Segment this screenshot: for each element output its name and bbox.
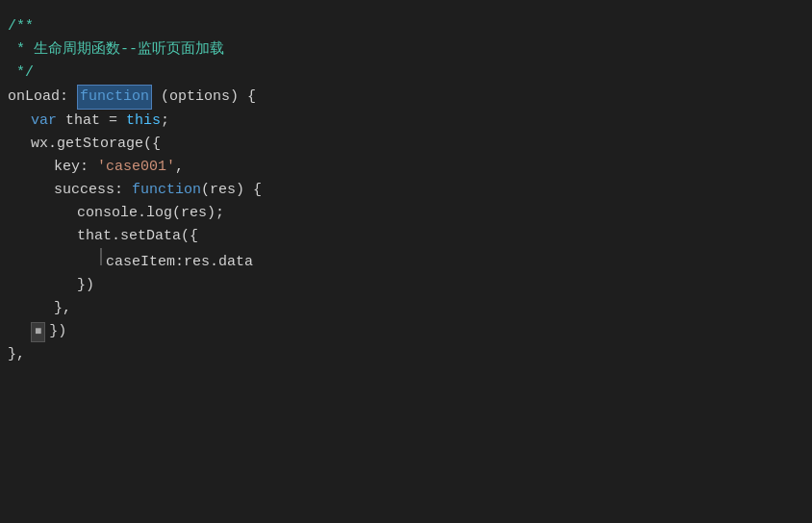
code-line-1: /** (0, 15, 812, 38)
code-line-6: wx.getStorage({ (0, 133, 812, 156)
code-line-8: success: function(res) { (0, 179, 812, 202)
code-token: that.setData({ (77, 225, 198, 248)
code-token: /** (8, 15, 34, 38)
code-line-12: }) (0, 274, 812, 297)
code-token: console.log(res); (77, 202, 224, 225)
code-line-15: }, (0, 343, 812, 366)
code-line-14: ■}) (0, 320, 812, 343)
code-token: this (126, 110, 161, 133)
code-token: var (31, 110, 57, 133)
code-token: onLoad: (8, 86, 77, 109)
code-token: function (132, 179, 201, 202)
code-line-7: key: 'case001', (0, 156, 812, 179)
code-token: }, (54, 297, 71, 320)
code-token: * 生命周期函数--监听页面加载 (8, 38, 224, 62)
code-token: wx.getStorage({ (31, 133, 161, 156)
code-line-5: var that = this; (0, 110, 812, 133)
code-token: (options) { (152, 86, 256, 109)
code-line-2: * 生命周期函数--监听页面加载 (0, 38, 812, 62)
code-token: that = (57, 110, 126, 133)
code-token: (res) { (201, 179, 262, 202)
code-editor: /** * 生命周期函数--监听页面加载 */ onLoad: function… (0, 0, 812, 523)
code-token: */ (8, 62, 34, 85)
code-line-10: that.setData({ (0, 225, 812, 248)
code-token: ; (161, 110, 169, 133)
function-keyword: function (77, 85, 152, 110)
code-token: caseItem:res.data (106, 251, 253, 274)
code-line-4: onLoad: function (options) { (0, 85, 812, 110)
code-token: 'case001' (97, 156, 175, 179)
code-line-13: }, (0, 297, 812, 320)
code-token: }) (49, 320, 66, 343)
code-line-3: */ (0, 62, 812, 85)
code-line-11: caseItem:res.data (0, 248, 812, 274)
code-line-9: console.log(res); (0, 202, 812, 225)
code-token: }, (8, 343, 25, 366)
code-token: success: (54, 179, 132, 202)
code-token: , (175, 156, 184, 179)
code-token: key: (54, 156, 97, 179)
code-token: }) (77, 274, 94, 297)
